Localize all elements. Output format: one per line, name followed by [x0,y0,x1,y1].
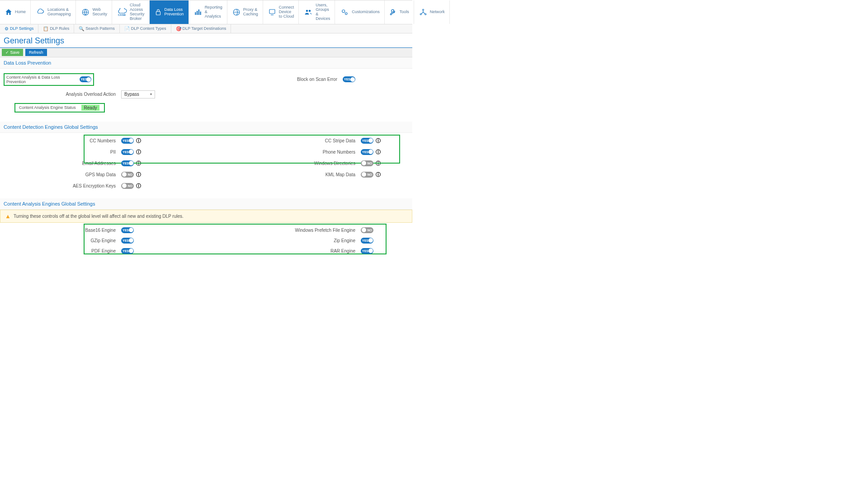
nav-label: Proxy & Caching [243,8,258,17]
setting-label: Zip Engine [212,238,361,243]
toggle-text: NO [128,173,133,176]
toggle-pii[interactable]: YES [121,149,134,155]
nav-locations[interactable]: Locations & Geomapping [31,0,76,24]
section-dlp-body: Content Analysis & Data Loss Prevention … [0,69,412,122]
toggle-windows-directories[interactable]: NO [361,160,373,166]
sub-nav: ⚙DLP Settings 📋DLP Rules 🔍Search Pattern… [0,24,412,33]
svg-point-9 [306,10,308,12]
users-icon [303,8,313,16]
toggle-text: YES [123,229,129,232]
nav-home-label: Home [15,10,26,14]
setting-label: Base16 Engine [4,228,121,233]
nav-web-security[interactable]: Web Security [76,0,113,24]
svg-point-11 [342,10,345,13]
nav-reporting[interactable]: Reporting & Analytics [189,0,227,24]
toggle-phone-numbers[interactable]: YES [361,149,373,155]
subnav-dlp-settings[interactable]: ⚙DLP Settings [0,24,38,33]
nav-label: Users, Groups & Devices [316,3,330,21]
info-icon[interactable]: ⓘ [376,137,381,144]
refresh-button[interactable]: Refresh [25,49,47,56]
setting-label: Windows Prefetch File Engine [212,228,361,233]
file-icon: 📄 [124,26,130,31]
setting-row: GPS Map DataNOⓘKML Map DataNOⓘ [4,171,409,178]
toggle-base16-engine[interactable]: YES [121,227,134,233]
info-icon[interactable]: ⓘ [136,137,141,144]
info-icon[interactable]: ⓘ [376,160,381,167]
nav-network[interactable]: Network [414,0,450,24]
toggle-text: NO [368,173,373,176]
select-overload-action[interactable]: Bypass ▾ [121,90,155,99]
section-analysis-header: Content Analysis Engines Global Settings [0,198,412,210]
info-icon[interactable]: ⓘ [376,149,381,155]
top-nav: Home Locations & Geomapping Web Security… [0,0,412,24]
target-icon: 🎯 [176,26,181,31]
svg-point-12 [345,13,348,15]
setting-label: Phone Numbers [212,150,361,155]
highlight-engine-status: Content Analysis Engine Status Ready [14,103,105,113]
cloud-icon [35,8,45,16]
gear-small-icon: ⚙ [5,26,9,31]
subnav-label: DLP Settings [10,26,33,31]
toggle-gzip-engine[interactable]: YES [121,238,134,244]
toggle-content-analysis[interactable]: YES [80,76,91,82]
toggle-cc-numbers[interactable]: YES [121,138,134,144]
nav-casb[interactable]: CASB Cloud Access Security Broker [112,0,150,24]
toggle-text: YES [362,150,368,154]
toggle-rar-engine[interactable]: YES [361,248,373,254]
nav-users[interactable]: Users, Groups & Devices [299,0,335,24]
info-icon[interactable]: ⓘ [136,171,141,178]
setting-label: PDF Engine [4,249,121,253]
setting-label: GZip Engine [4,238,121,243]
toggle-block-scan-error[interactable]: YES [343,76,355,82]
nav-tools[interactable]: Tools [385,0,414,24]
nav-label: Network [430,10,445,14]
label-overload-action: Analysis Overload Action [4,92,121,97]
subnav-search-patterns[interactable]: 🔍Search Patterns [74,24,120,33]
info-icon[interactable]: ⓘ [136,183,141,189]
nav-dlp[interactable]: Data Loss Prevention [150,0,189,24]
svg-rect-2 [156,11,160,15]
toggle-zip-engine[interactable]: YES [361,238,373,244]
nav-label: Cloud Access Security Broker [130,3,145,21]
info-icon[interactable]: ⓘ [376,171,381,178]
toggle-text: YES [362,139,368,142]
nav-label: Locations & Geomapping [47,8,71,17]
lock-icon [154,8,162,16]
setting-label: CC Numbers [4,138,121,143]
nav-home[interactable]: Home [0,0,31,24]
toggle-kml-map-data[interactable]: NO [361,172,373,178]
info-icon[interactable]: ⓘ [136,149,141,155]
subnav-destinations[interactable]: 🎯DLP Target Destinations [171,24,231,33]
toggle-email-addresses[interactable]: YES [121,160,134,166]
subnav-content-types[interactable]: 📄DLP Content Types [120,24,171,33]
toggle-text: YES [123,249,129,253]
setting-label: PII [4,150,121,155]
toggle-windows-prefetch-file-engine[interactable]: NO [361,227,373,233]
nav-label: Data Loss Prevention [165,8,184,17]
svg-rect-6 [200,11,201,15]
setting-row: Base16 EngineYESWindows Prefetch File En… [4,227,409,233]
nav-label: Tools [400,10,409,14]
nav-label: Reporting & Analytics [205,5,222,19]
toggle-aes-encryption-keys[interactable]: NO [121,183,134,189]
setting-label: CC Stripe Data [212,138,361,143]
select-value: Bypass [124,92,139,97]
toggle-text: YES [344,78,350,81]
toggle-gps-map-data[interactable]: NO [121,172,134,178]
setting-label: RAR Engine [212,249,361,253]
nav-proxy[interactable]: Proxy & Caching [227,0,263,24]
setting-label: Windows Directories [212,161,361,166]
nav-connect[interactable]: Connect Device to Cloud [263,0,299,24]
save-button[interactable]: ✓ Save [2,49,23,56]
toggle-text: NO [128,184,133,188]
info-icon[interactable]: ⓘ [136,160,141,167]
nav-label: Customizations [352,10,380,14]
toggle-cc-stripe-data[interactable]: YES [361,138,373,144]
globe-icon [232,8,241,16]
subnav-dlp-rules[interactable]: 📋DLP Rules [38,24,74,33]
nav-customizations[interactable]: Customizations [335,0,385,24]
setting-row: AES Encryption KeysNOⓘ [4,183,409,189]
home-icon [5,8,13,16]
device-cloud-icon [268,8,277,16]
toggle-pdf-engine[interactable]: YES [121,248,134,254]
